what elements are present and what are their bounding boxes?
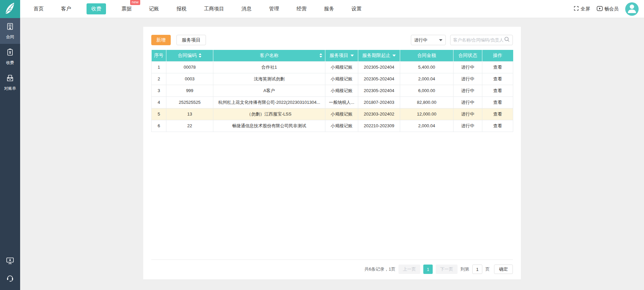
header-label: 合同状态 (459, 53, 477, 59)
cell-period: 202305-202404 (358, 61, 400, 73)
fullscreen-icon (574, 6, 579, 12)
member-button[interactable]: 畅会员 (597, 6, 619, 12)
cell-service: 小规模记账 (325, 108, 358, 120)
view-link[interactable]: 查看 (493, 76, 502, 81)
page-number-current[interactable]: 1 (423, 265, 433, 274)
table-row[interactable]: 4 252525525 杭州杠上花文化传播有限公司-2022(202303101… (152, 96, 513, 108)
cell-code: 00078 (166, 61, 213, 73)
cell-code: 999 (166, 85, 213, 96)
nav-item-label: 消息 (241, 6, 252, 11)
client-download-icon[interactable] (6, 257, 14, 267)
cell-amount: 12,000.00 (400, 108, 453, 120)
new-badge: new (130, 0, 140, 5)
status-filter-select[interactable]: 进行中 (411, 35, 446, 45)
sidebar-item-statements[interactable]: 对账单 (0, 70, 20, 95)
records-summary: 共6条记录，1页 (365, 266, 395, 272)
nav-item-label: 服务 (324, 6, 334, 11)
cell-service: 小规模记账 (325, 73, 358, 85)
header-customer-name[interactable]: 客户名称 (213, 50, 325, 61)
service-items-button[interactable]: 服务项目 (176, 35, 206, 45)
cell-seq: 2 (152, 73, 166, 85)
sidebar-item-charges[interactable]: 收费 (0, 44, 20, 70)
header-contract-status: 合同状态 (453, 50, 482, 61)
cell-code: 0003 (166, 73, 213, 85)
table-row[interactable]: 6 22 畅捷通信息技术股份有限公司民非测试 小规模记账 202210-2023… (152, 120, 513, 132)
goto-page-suffix: 页 (485, 266, 490, 272)
nav-item-customers[interactable]: 客户 (59, 3, 73, 14)
filter-chevron-icon[interactable] (351, 55, 354, 57)
filter-chevron-icon[interactable] (392, 55, 396, 57)
cell-service: 小规模记账 (325, 120, 358, 132)
cell-amount: 2,000.04 (400, 73, 453, 85)
cell-amount: 5,400.00 (400, 61, 453, 73)
view-link[interactable]: 查看 (493, 65, 502, 70)
nav-item-label: 工商项目 (204, 6, 224, 11)
header-contract-code[interactable]: 合同编码 (166, 50, 213, 61)
sort-icon[interactable] (199, 53, 202, 58)
prev-page-button[interactable]: 上一页 (398, 265, 420, 274)
user-avatar[interactable] (625, 2, 639, 16)
nav-item-business-projects[interactable]: 工商项目 (202, 3, 226, 14)
nav-item-label: 客户 (61, 6, 71, 11)
customer-service-icon[interactable] (6, 274, 14, 284)
main-area: 新增 服务项目 进行中 (20, 18, 644, 290)
nav-item-messages[interactable]: 消息 (239, 3, 254, 14)
nav-item-home[interactable]: 首页 (32, 3, 46, 14)
nav-item-label: 设置 (352, 6, 362, 11)
nav-item-operations[interactable]: 经营 (294, 3, 309, 14)
card-footer: 共6条记录，1页 上一页 1 下一页 到第 页 确定 (151, 260, 513, 279)
table-row[interactable]: 1 00078 合作社1 小规模记账 202305-202404 5,400.0… (152, 61, 513, 73)
nav-item-settings[interactable]: 设置 (350, 3, 364, 14)
nav-item-charges[interactable]: 收费 (87, 3, 106, 14)
toolbar: 新增 服务项目 进行中 (151, 35, 513, 45)
header-label: 合同编码 (178, 53, 197, 59)
cell-status: 进行中 (453, 120, 482, 132)
sidebar-bottom-icons (0, 257, 20, 284)
nav-item-tax[interactable]: 报税 (174, 3, 189, 14)
nav-item-services[interactable]: 服务 (322, 3, 336, 14)
header-label: 操作 (493, 53, 502, 59)
cell-code: 13 (166, 108, 213, 120)
app-root: 首页 客户 收费 票据 new 记账 报税 工商项目 消息 管理 经营 服务 设… (0, 0, 644, 290)
nav-item-bookkeeping[interactable]: 记账 (147, 3, 161, 14)
cell-customer: （勿删）江西服宝-LSS (213, 108, 325, 120)
header-label: 序号 (154, 53, 163, 59)
nav-item-label: 票据 (121, 6, 131, 11)
header-label: 服务期限起止 (362, 53, 390, 59)
sidebar-item-contracts[interactable]: 合同 (0, 18, 20, 44)
table-row-highlighted[interactable]: 5 13 （勿删）江西服宝-LSS 小规模记账 202303-202402 12… (152, 108, 513, 120)
header-service-period[interactable]: 服务期限起止 (358, 50, 400, 61)
goto-confirm-button[interactable]: 确定 (494, 265, 513, 274)
view-link[interactable]: 查看 (493, 100, 502, 105)
view-link[interactable]: 查看 (493, 112, 502, 117)
nav-item-label: 记账 (149, 6, 159, 11)
table-row[interactable]: 2 0003 沈海英测试勿删 小规模记账 202305-202404 2,000… (152, 73, 513, 85)
header-seq: 序号 (152, 50, 166, 61)
next-page-button[interactable]: 下一页 (436, 265, 458, 274)
cell-customer: 杭州杠上花文化传播有限公司-2022(202303101304... (213, 96, 325, 108)
toolbar-right: 进行中 (411, 35, 513, 45)
cell-code: 252525525 (166, 96, 213, 108)
header-service-item[interactable]: 服务项目 (325, 50, 358, 61)
cell-customer: 沈海英测试勿删 (213, 73, 325, 85)
view-link[interactable]: 查看 (493, 123, 502, 128)
app-logo[interactable] (0, 0, 20, 18)
goto-page-input[interactable] (472, 265, 482, 274)
add-button[interactable]: 新增 (151, 35, 171, 45)
fullscreen-button[interactable]: 全屏 (574, 6, 590, 12)
nav-item-invoices[interactable]: 票据 new (119, 3, 133, 14)
search-input[interactable] (453, 38, 504, 43)
sort-icon[interactable] (319, 53, 322, 58)
search-icon[interactable] (504, 37, 510, 44)
cell-customer: A客户 (213, 85, 325, 96)
cell-period: 202210-202309 (358, 120, 400, 132)
contracts-table: 序号 合同编码 客户名称 服务项目 服务期限起止 合同金额 合同状态 操作 (151, 50, 513, 132)
cell-period: 201807-202403 (358, 96, 400, 108)
cell-period: 202305-202404 (358, 85, 400, 96)
nav-item-label: 管理 (269, 6, 279, 11)
nav-item-management[interactable]: 管理 (267, 3, 281, 14)
cell-seq: 6 (152, 120, 166, 132)
view-link[interactable]: 查看 (493, 88, 502, 93)
table-row[interactable]: 3 999 A客户 小规模记账 202305-202404 6,000.00 进… (152, 85, 513, 96)
search-box (450, 35, 513, 45)
